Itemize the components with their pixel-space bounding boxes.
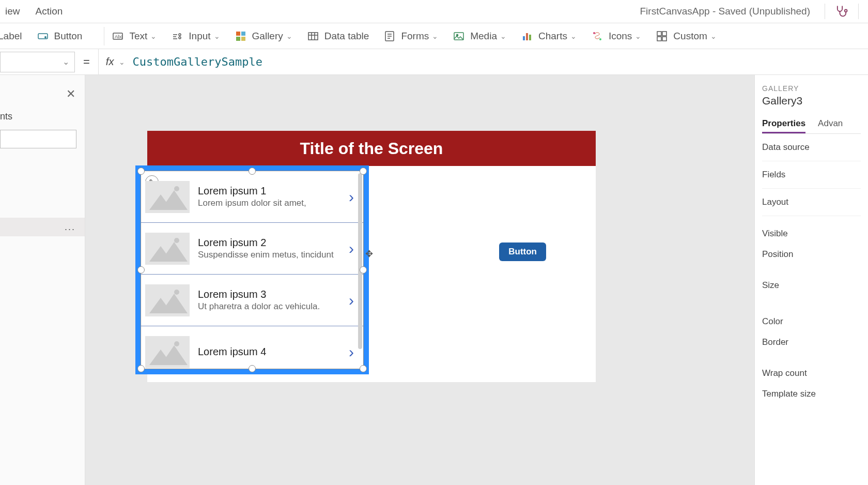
svg-rect-20 — [657, 32, 661, 36]
chevron-right-icon[interactable]: › — [349, 188, 354, 206]
chevron-down-icon: ⌄ — [570, 32, 577, 40]
prop-layout[interactable]: Layout — [762, 189, 861, 216]
ribbon-input[interactable]: Input⌄ — [171, 30, 220, 42]
forms-icon — [383, 30, 396, 42]
svg-rect-17 — [529, 35, 531, 40]
scrollbar[interactable] — [358, 173, 362, 349]
screen-header: Title of the Screen — [147, 131, 596, 166]
resize-handle[interactable] — [249, 365, 256, 372]
input-icon — [171, 30, 183, 42]
resize-handle[interactable] — [360, 168, 367, 175]
resize-handle[interactable] — [137, 365, 145, 372]
canvas-area[interactable]: Title of the Screen Button ✎ Lorem ipsum… — [85, 75, 754, 485]
ribbon-charts[interactable]: Charts⌄ — [521, 30, 577, 42]
control-type-label: GALLERY — [762, 84, 861, 93]
gallery-item[interactable]: Lorem ipsum 3 Ut pharetra a dolor ac veh… — [141, 275, 363, 326]
ribbon-button-label: Button — [54, 31, 83, 42]
button-icon — [37, 30, 49, 42]
ribbon-gallery-label: Gallery — [252, 31, 283, 42]
gallery-item-subtitle: Lorem ipsum dolor sit amet, — [198, 198, 349, 208]
svg-rect-16 — [526, 33, 528, 40]
formula-input-area[interactable]: fx ⌄ CustomGallerySample — [98, 49, 262, 74]
placeholder-image-icon — [145, 181, 190, 213]
formula-bar: ⌄ = fx ⌄ CustomGallerySample — [0, 49, 868, 75]
menu-view[interactable]: iew — [5, 6, 20, 17]
svg-rect-8 — [241, 32, 245, 36]
property-selector[interactable]: ⌄ — [0, 52, 75, 72]
chevron-down-icon: ⌄ — [710, 32, 717, 40]
chevron-down-icon: ⌄ — [214, 32, 220, 40]
menu-action[interactable]: Action — [36, 6, 63, 17]
custom-icon — [656, 30, 668, 42]
screen-title: Title of the Screen — [300, 139, 443, 158]
tree-tab-label: nts — [0, 111, 12, 122]
formula-text[interactable]: CustomGallerySample — [132, 55, 262, 68]
chevron-right-icon[interactable]: › — [349, 292, 354, 309]
prop-border[interactable]: Border — [762, 332, 861, 353]
label-text: Label — [0, 31, 22, 42]
ribbon-label[interactable]: Label — [0, 31, 22, 42]
chevron-down-icon: ⌄ — [150, 32, 157, 40]
prop-wrap-count[interactable]: Wrap count — [762, 363, 861, 384]
ribbon-text[interactable]: Abc Text⌄ — [112, 30, 157, 42]
gallery-item-title: Lorem ipsum 4 — [198, 346, 349, 358]
tree-search-input[interactable] — [0, 130, 76, 148]
gallery-item-text: Lorem ipsum 3 Ut pharetra a dolor ac veh… — [198, 289, 349, 312]
svg-rect-9 — [236, 37, 240, 41]
app-checker-icon[interactable] — [834, 4, 849, 19]
gallery-item-text: Lorem ipsum 1 Lorem ipsum dolor sit amet… — [198, 185, 349, 208]
gallery-item[interactable]: Lorem ipsum 2 Suspendisse enim metus, ti… — [141, 223, 363, 275]
ribbon-custom[interactable]: Custom⌄ — [656, 30, 716, 42]
resize-handle[interactable] — [249, 168, 256, 175]
gallery-item-title: Lorem ipsum 3 — [198, 289, 349, 300]
ribbon-icons[interactable]: Icons⌄ — [591, 30, 641, 42]
ribbon-forms-label: Forms — [401, 31, 429, 42]
resize-handle[interactable] — [360, 365, 367, 372]
gallery-item[interactable]: Lorem ipsum 4 › — [141, 326, 363, 369]
prop-template-size[interactable]: Template size — [762, 384, 861, 404]
svg-text:Abc: Abc — [115, 34, 123, 39]
gallery-item[interactable]: Lorem ipsum 1 Lorem ipsum dolor sit amet… — [141, 171, 363, 223]
tree-selected-row[interactable]: ... — [0, 218, 85, 236]
chevron-right-icon[interactable]: › — [349, 240, 354, 257]
ribbon-data-table[interactable]: Data table — [307, 30, 369, 42]
control-name[interactable]: Gallery3 — [762, 95, 861, 107]
gallery-control-selected[interactable]: ✎ Lorem ipsum 1 Lorem ipsum dolor sit am… — [135, 165, 369, 374]
properties-panel: GALLERY Gallery3 Properties Advan Data s… — [754, 75, 868, 485]
resize-handle[interactable] — [137, 266, 145, 274]
svg-rect-21 — [662, 32, 667, 36]
text-icon: Abc — [112, 30, 124, 42]
tab-properties[interactable]: Properties — [762, 115, 805, 133]
prop-color[interactable]: Color — [762, 311, 861, 332]
prop-size[interactable]: Size — [762, 275, 861, 296]
data-table-icon — [307, 30, 319, 42]
chevron-down-icon: ⌄ — [500, 32, 506, 40]
divider — [825, 4, 825, 19]
canvas-button[interactable]: Button — [499, 242, 546, 261]
ribbon-button[interactable]: Button — [37, 30, 83, 42]
gallery-item-title: Lorem ipsum 1 — [198, 185, 349, 197]
svg-point-0 — [845, 10, 847, 12]
charts-icon — [521, 30, 533, 42]
equals-sign: = — [83, 55, 90, 69]
close-icon[interactable]: ✕ — [66, 87, 75, 101]
svg-point-6 — [179, 37, 181, 39]
prop-visible[interactable]: Visible — [762, 223, 861, 244]
gallery-item-title: Lorem ipsum 2 — [198, 237, 349, 249]
prop-data-source[interactable]: Data source — [762, 134, 861, 161]
ribbon-gallery[interactable]: Gallery⌄ — [235, 30, 292, 42]
ribbon-forms[interactable]: Forms⌄ — [383, 30, 438, 42]
chevron-right-icon[interactable]: › — [349, 343, 354, 361]
gallery-item-subtitle: Suspendisse enim metus, tincidunt — [198, 250, 349, 260]
chevron-down-icon: ⌄ — [286, 32, 292, 40]
gallery-inner: ✎ Lorem ipsum 1 Lorem ipsum dolor sit am… — [141, 171, 364, 369]
ribbon-media[interactable]: Media⌄ — [453, 30, 506, 42]
prop-position[interactable]: Position — [762, 244, 861, 265]
resize-handle[interactable] — [360, 266, 367, 274]
svg-point-18 — [593, 32, 595, 34]
ribbon-text-label: Text — [129, 31, 147, 42]
tab-advanced[interactable]: Advan — [818, 115, 843, 133]
resize-handle[interactable] — [137, 168, 145, 175]
prop-fields[interactable]: Fields — [762, 161, 861, 189]
more-icon[interactable]: ... — [65, 222, 75, 233]
